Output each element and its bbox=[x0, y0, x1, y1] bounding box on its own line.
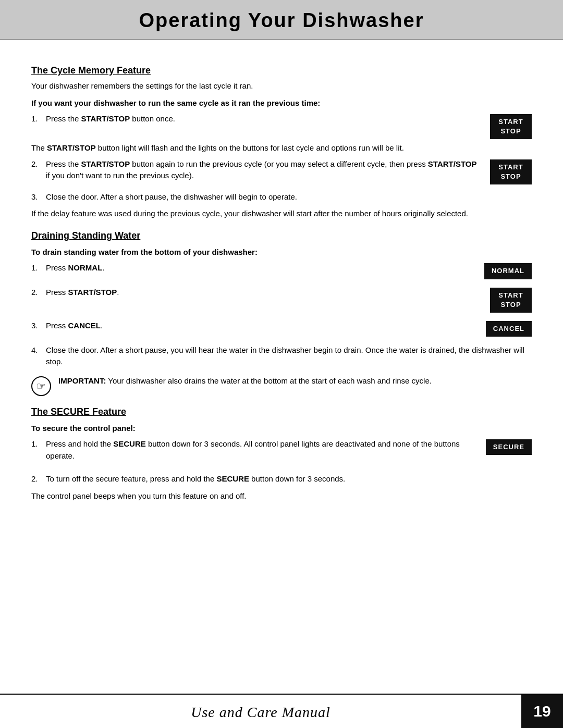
drain-step-3-text: 3. Press CANCEL. bbox=[31, 320, 475, 337]
drain-step-2-text: 2. Press START/STOP. bbox=[31, 287, 480, 304]
list-num-2: 2. bbox=[31, 158, 46, 170]
drain-list-num-4: 4. bbox=[31, 344, 46, 356]
drain-step-2-content: Press START/STOP. bbox=[46, 287, 480, 299]
important-icon: ☞ bbox=[31, 376, 53, 396]
start-stop-btn-2: STARTSTOP bbox=[490, 159, 532, 184]
page-footer: Use and Care Manual 19 bbox=[0, 694, 563, 728]
drain-step-2: 2. Press START/STOP. STARTSTOP bbox=[31, 287, 532, 313]
secure-title: The SECURE Feature bbox=[31, 406, 532, 417]
cycle-step-1-text: 1. Press the START/STOP button once. bbox=[31, 113, 480, 130]
start-stop-button-image-2: STARTSTOP bbox=[490, 159, 532, 184]
cycle-memory-section: The Cycle Memory Feature Your dishwasher… bbox=[31, 65, 532, 220]
normal-btn: NORMAL bbox=[484, 263, 532, 279]
cycle-step-3-list: 3. Close the door. After a short pause, … bbox=[31, 191, 532, 203]
secure-button-image: SECURE bbox=[486, 439, 532, 455]
list-num-3: 3. bbox=[31, 191, 46, 203]
cycle-step-2: 2. Press the START/STOP button again to … bbox=[31, 158, 532, 187]
secure-step-2-list: 2. To turn off the secure feature, press… bbox=[31, 473, 532, 485]
secure-list-num-2: 2. bbox=[31, 473, 46, 485]
start-stop-flash-note: The START/STOP button light will flash a… bbox=[31, 142, 532, 154]
draining-title: Draining Standing Water bbox=[31, 230, 532, 241]
drain-step-4-content: Close the door. After a short pause, you… bbox=[46, 344, 532, 368]
drain-step-3-content: Press CANCEL. bbox=[46, 320, 475, 332]
page-title: Operating Your Dishwasher bbox=[21, 9, 542, 32]
footer-manual-text: Use and Care Manual bbox=[0, 695, 521, 728]
drain-list-num-2: 2. bbox=[31, 287, 46, 299]
drain-step-1: 1. Press NORMAL. NORMAL bbox=[31, 262, 532, 279]
cycle-memory-footer: If the delay feature was used during the… bbox=[31, 208, 532, 220]
secure-step-1: 1. Press and hold the SECURE button down… bbox=[31, 438, 532, 467]
cycle-step-3-content: Close the door. After a short pause, the… bbox=[46, 191, 532, 203]
drain-start-stop-btn: STARTSTOP bbox=[490, 288, 532, 313]
draining-subtitle: To drain standing water from the bottom … bbox=[31, 246, 532, 258]
hand-icon: ☞ bbox=[31, 376, 51, 396]
start-stop-btn-1: STARTSTOP bbox=[490, 114, 532, 139]
drain-step-1-text: 1. Press NORMAL. bbox=[31, 262, 474, 279]
main-content: The Cycle Memory Feature Your dishwasher… bbox=[0, 40, 563, 516]
secure-step-1-content: Press and hold the SECURE button down fo… bbox=[46, 438, 475, 462]
drain-list-num-3: 3. bbox=[31, 320, 46, 332]
secure-footer-note: The control panel beeps when you turn th… bbox=[31, 490, 532, 502]
drain-step-3: 3. Press CANCEL. CANCEL bbox=[31, 320, 532, 337]
secure-btn: SECURE bbox=[486, 439, 532, 455]
important-note: ☞ IMPORTANT: Your dishwasher also drains… bbox=[31, 375, 532, 396]
start-stop-button-image-1: STARTSTOP bbox=[490, 114, 532, 139]
list-num-1: 1. bbox=[31, 113, 46, 125]
cycle-memory-intro: Your dishwasher remembers the settings f… bbox=[31, 80, 532, 92]
hand-symbol: ☞ bbox=[36, 380, 46, 392]
cycle-memory-title: The Cycle Memory Feature bbox=[31, 65, 532, 76]
cancel-button-image: CANCEL bbox=[486, 321, 532, 337]
cycle-step-1-content: Press the START/STOP button once. bbox=[46, 113, 480, 125]
important-text: IMPORTANT: Your dishwasher also drains t… bbox=[58, 375, 432, 387]
cycle-memory-subtitle: If you want your dishwasher to run the s… bbox=[31, 97, 532, 109]
normal-button-image: NORMAL bbox=[484, 263, 532, 279]
drain-start-stop-button-image: STARTSTOP bbox=[490, 288, 532, 313]
page-header: Operating Your Dishwasher bbox=[0, 0, 563, 40]
cycle-step-2-content: Press the START/STOP button again to run… bbox=[46, 158, 480, 182]
drain-step-1-content: Press NORMAL. bbox=[46, 262, 474, 274]
cancel-btn: CANCEL bbox=[486, 321, 532, 337]
drain-step-4-list: 4. Close the door. After a short pause, … bbox=[31, 344, 532, 368]
secure-section: The SECURE Feature To secure the control… bbox=[31, 406, 532, 502]
cycle-step-1: 1. Press the START/STOP button once. STA… bbox=[31, 113, 532, 139]
footer-page-number: 19 bbox=[521, 695, 563, 728]
drain-list-num-1: 1. bbox=[31, 262, 46, 274]
secure-step-2-content: To turn off the secure feature, press an… bbox=[46, 473, 532, 485]
cycle-step-2-text: 2. Press the START/STOP button again to … bbox=[31, 158, 480, 187]
draining-section: Draining Standing Water To drain standin… bbox=[31, 230, 532, 396]
secure-list-num-1: 1. bbox=[31, 438, 46, 450]
secure-step-1-text: 1. Press and hold the SECURE button down… bbox=[31, 438, 475, 467]
secure-subtitle: To secure the control panel: bbox=[31, 423, 532, 435]
